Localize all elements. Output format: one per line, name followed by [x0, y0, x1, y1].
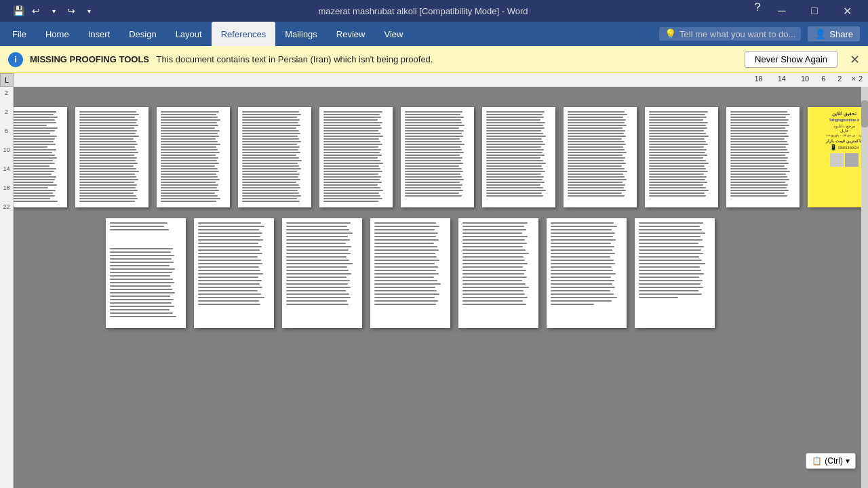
vertical-scrollbar[interactable]	[861, 87, 868, 488]
ribbon-right: 💡 Tell me what you want to do... 👤 Share	[659, 22, 865, 46]
tab-mailings[interactable]: Mailings	[275, 22, 327, 46]
never-show-again-button[interactable]: Never Show Again	[745, 51, 837, 68]
help-icon[interactable]: ?	[750, 0, 765, 15]
ribbon: File Home Insert Design Layout Reference…	[0, 22, 868, 46]
page-10	[726, 107, 800, 207]
share-button[interactable]: 👤 Share	[808, 26, 860, 41]
page-4	[238, 107, 311, 207]
page-15	[370, 218, 450, 328]
page-3	[157, 107, 230, 207]
page-18	[635, 218, 715, 328]
tab-layout[interactable]: Layout	[166, 22, 212, 46]
page-11-ad: تحقیق آنلاین Tahghighonline.ir مرجع دانل…	[808, 107, 861, 207]
page-12	[106, 218, 186, 328]
page-1-content	[14, 111, 63, 203]
document-canvas[interactable]: تحقیق آنلاین Tahghighonline.ir مرجع دانل…	[14, 87, 861, 488]
page-7	[482, 107, 555, 207]
ruler-corner[interactable]: L	[0, 73, 14, 87]
clipboard-icon: 📋	[812, 456, 822, 466]
tell-me-text: Tell me what you want to do...	[679, 29, 795, 39]
vertical-ruler: 2 2 6 10 14 18 22	[0, 87, 14, 488]
page-16	[458, 218, 538, 328]
page-9	[645, 107, 718, 207]
tab-design[interactable]: Design	[119, 22, 165, 46]
ruler-scale: 18 14 10 6 2 × 2	[14, 73, 868, 87]
undo-dropdown-icon[interactable]: ▾	[46, 3, 61, 18]
undo-icon[interactable]: ↩	[28, 3, 43, 18]
pages-row-1: تحقیق آنلاین Tahghighonline.ir مرجع دانل…	[27, 107, 848, 207]
tab-insert[interactable]: Insert	[79, 22, 120, 46]
tab-file[interactable]: File	[3, 22, 36, 46]
page-6	[401, 107, 474, 207]
pages-row-2	[14, 218, 848, 328]
ad-img-2	[845, 153, 859, 167]
ad-title: تحقیق آنلاین	[832, 111, 856, 117]
save-icon[interactable]: 💾	[11, 3, 26, 18]
close-button[interactable]: ✕	[831, 0, 863, 22]
notification-bar: i MISSING PROOFING TOOLS This document c…	[0, 46, 868, 73]
page-17	[547, 218, 627, 328]
customize-icon[interactable]: ▾	[81, 3, 96, 18]
ad-url: Tahghighonline.ir	[829, 118, 859, 122]
ad-text1: مرجع دانلـود	[833, 123, 855, 128]
page-1-lines	[14, 111, 63, 203]
scrollbar-thumb[interactable]	[861, 100, 868, 127]
paste-options-label: (Ctrl)	[825, 456, 843, 466]
info-icon: i	[8, 52, 23, 67]
paste-options-popup[interactable]: 📋 (Ctrl) ▾	[806, 453, 856, 469]
quick-access-toolbar: 💾 ↩ ▾ ↪ ▾	[5, 3, 96, 18]
ad-text4: با کمترین قیمت بازار	[826, 138, 861, 143]
document-title: mazerat mashrubat alkoli [Compatibility …	[319, 6, 528, 16]
content-area: 2 2 6 10 14 18 22	[0, 87, 868, 488]
share-label: Share	[829, 29, 853, 39]
ad-text3: ورد - پی دی اف - پاورپوینت	[826, 133, 861, 137]
ad-phone: 09981366624	[838, 146, 859, 150]
paste-dropdown-icon[interactable]: ▾	[846, 456, 850, 466]
page-8	[564, 107, 637, 207]
main-area: L 18 14 10 6 2 × 2 2 2 6 10 14 18 22	[0, 73, 868, 488]
ad-text2: فایل	[840, 128, 848, 133]
notification-text: MISSING PROOFING TOOLS This document con…	[30, 54, 433, 64]
page-2	[75, 107, 149, 207]
page-1	[14, 107, 67, 207]
tab-home[interactable]: Home	[36, 22, 79, 46]
tab-review[interactable]: Review	[327, 22, 375, 46]
page-13	[194, 218, 274, 328]
notification-close-button[interactable]: ✕	[850, 52, 860, 67]
tab-view[interactable]: View	[374, 22, 412, 46]
ad-img-1	[830, 153, 844, 167]
person-icon: 👤	[814, 28, 826, 39]
maximize-button[interactable]: □	[799, 0, 830, 22]
tell-me-box[interactable]: 💡 Tell me what you want to do...	[659, 27, 801, 41]
page-5	[319, 107, 393, 207]
horizontal-ruler: L 18 14 10 6 2 × 2	[0, 73, 868, 87]
redo-icon[interactable]: ↪	[64, 3, 79, 18]
notification-message: This document contains text in Persian (…	[157, 54, 433, 64]
whatsapp-icon: 📱	[830, 144, 837, 150]
page-14	[282, 218, 362, 328]
title-bar: 💾 ↩ ▾ ↪ ▾ mazerat mashrubat alkoli [Comp…	[0, 0, 868, 22]
ruler-numbers: 18 14 10 6 2 × 2	[754, 75, 863, 83]
notification-title: MISSING PROOFING TOOLS	[30, 54, 149, 64]
tab-references[interactable]: References	[212, 22, 275, 46]
window-controls: ? ─ □ ✕	[750, 0, 863, 22]
lightbulb-icon: 💡	[665, 28, 676, 39]
minimize-button[interactable]: ─	[766, 0, 797, 22]
